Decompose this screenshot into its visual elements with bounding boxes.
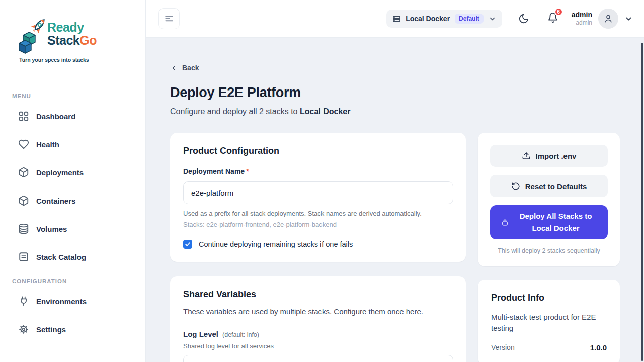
user-name: admin	[572, 11, 592, 20]
lock-icon	[501, 218, 509, 227]
rocket-cubes-logo-icon	[18, 15, 50, 54]
sidebar-item-dashboard[interactable]: Dashboard	[0, 106, 145, 126]
page-title: Deploy E2E Platform	[170, 85, 620, 101]
sidebar-section-menu: MENU	[0, 93, 145, 99]
topbar: Local Docker Default 6 admin admin	[146, 0, 644, 38]
log-level-default: (default: info)	[222, 331, 259, 338]
user-info: admin admin	[572, 11, 592, 27]
deployment-name-helper: Used as a prefix for all stack deploymen…	[183, 210, 453, 217]
deploy-all-stacks-button[interactable]: Deploy All Stacks to Local Docker	[490, 205, 608, 239]
heart-icon	[18, 139, 29, 150]
scrollbar-thumb[interactable]	[641, 43, 643, 361]
product-info-description: Multi-stack test product for E2E testing	[491, 312, 597, 334]
catalog-icon	[18, 251, 29, 262]
brand-name-ready: Ready	[47, 21, 97, 34]
continue-checkbox-label: Continue deploying remaining stacks if o…	[199, 240, 353, 248]
deployment-name-input[interactable]	[183, 181, 453, 204]
sidebar-section-configuration: CONFIGURATION	[0, 278, 145, 284]
product-info-card: Product Info Multi-stack test product fo…	[478, 280, 620, 362]
version-value: 1.0.0	[590, 343, 607, 352]
brand-tagline: Turn your specs into stacks	[19, 57, 111, 63]
sidebar-item-environments[interactable]: Environments	[0, 291, 145, 311]
user-icon	[603, 14, 613, 24]
version-label: Version	[491, 343, 515, 351]
brand-name-stack: Stack	[47, 33, 79, 47]
upload-icon	[522, 151, 531, 160]
log-level-select[interactable]: Info	[183, 355, 453, 362]
notification-count-badge: 6	[554, 8, 563, 16]
grid-icon	[18, 111, 29, 122]
sidebar: Ready StackGo Turn your specs into stack…	[0, 0, 146, 362]
sidebar-item-deployments[interactable]: Deployments	[0, 162, 145, 183]
refresh-icon	[511, 182, 520, 191]
plug-icon	[18, 296, 29, 307]
shared-variables-description: These variables are used by multiple sta…	[183, 307, 453, 316]
page-subtitle: Configure and deploy all 2 stacks to Loc…	[170, 107, 620, 116]
brand-name-go: Go	[79, 33, 97, 47]
chevron-left-icon	[170, 64, 182, 72]
database-icon	[18, 223, 29, 234]
user-role: admin	[572, 19, 592, 27]
main-content: Back Deploy E2E Platform Configure and d…	[146, 38, 644, 362]
continue-checkbox[interactable]	[183, 240, 192, 249]
sidebar-item-health[interactable]: Health	[0, 134, 145, 154]
log-level-help: Shared log level for all services	[183, 342, 453, 350]
box-icon	[18, 167, 29, 178]
product-info-title: Product Info	[491, 293, 607, 303]
shared-variables-card: Shared Variables These variables are use…	[170, 276, 466, 362]
sidebar-item-settings[interactable]: Settings	[0, 319, 145, 339]
shared-variables-title: Shared Variables	[183, 289, 453, 300]
product-configuration-card: Product Configuration Deployment Name* U…	[170, 133, 466, 262]
deploy-note: This will deploy 2 stacks sequentially	[490, 247, 608, 254]
environment-default-badge: Default	[455, 14, 484, 24]
chevron-down-icon	[489, 15, 496, 23]
derived-stacks-line: Stacks: e2e-platform-frontend, e2e-platf…	[183, 221, 453, 228]
box-icon	[18, 195, 29, 206]
user-menu-chevron[interactable]	[624, 15, 633, 23]
subtitle-target-environment: Local Docker	[300, 107, 350, 116]
server-icon	[392, 15, 401, 23]
import-env-button[interactable]: Import .env	[490, 145, 608, 167]
moon-icon	[518, 13, 529, 24]
menu-icon	[164, 14, 174, 24]
sidebar-item-volumes[interactable]: Volumes	[0, 219, 145, 239]
gear-icon	[18, 324, 29, 335]
back-button[interactable]: Back	[170, 64, 205, 72]
deployment-name-label: Deployment Name*	[183, 167, 453, 175]
product-configuration-title: Product Configuration	[183, 146, 453, 156]
deploy-actions-card: Import .env Reset to Defaults Deploy All…	[478, 133, 620, 266]
environment-name: Local Docker	[406, 15, 450, 23]
environment-selector[interactable]: Local Docker Default	[386, 10, 502, 28]
theme-toggle-button[interactable]	[518, 13, 529, 24]
sidebar-item-containers[interactable]: Containers	[0, 191, 145, 211]
sidebar-toggle-button[interactable]	[158, 8, 180, 29]
log-level-label: Log Level	[183, 330, 218, 338]
required-marker: *	[246, 167, 249, 175]
sidebar-item-stack-catalog[interactable]: Stack Catalog	[0, 247, 145, 267]
avatar[interactable]	[598, 9, 618, 29]
brand-logo[interactable]: Ready StackGo Turn your specs into stack…	[0, 0, 111, 63]
reset-defaults-button[interactable]: Reset to Defaults	[490, 175, 608, 197]
